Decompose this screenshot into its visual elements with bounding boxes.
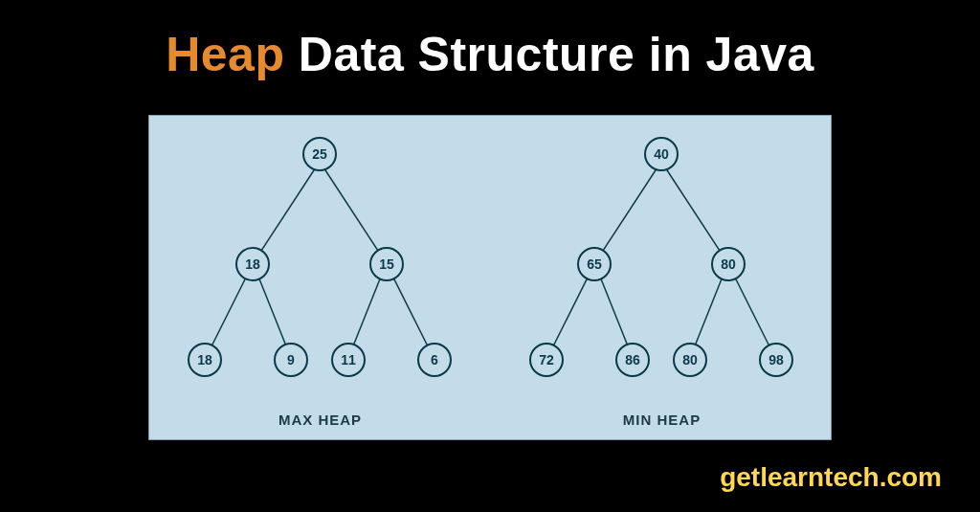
svg-line-6 <box>594 162 661 263</box>
heap-diagram-panel: 25 18 15 18 9 11 6 MAX HEAP 40 65 80 72 … <box>148 115 832 440</box>
min-heap-node-l1-right: 80 <box>711 247 746 281</box>
svg-line-7 <box>661 162 728 263</box>
svg-line-1 <box>320 162 387 263</box>
website-link[interactable]: getlearntech.com <box>720 462 942 493</box>
max-heap-tree: 25 18 15 18 9 11 6 MAX HEAP <box>149 116 491 439</box>
min-heap-root-node: 40 <box>644 137 679 171</box>
svg-line-0 <box>253 162 320 263</box>
min-heap-node-l1-left: 65 <box>577 247 612 281</box>
min-heap-node-l2-a: 72 <box>529 343 564 377</box>
title-rest: Data Structure in Java <box>284 28 813 81</box>
min-heap-tree: 40 65 80 72 86 80 98 MIN HEAP <box>491 116 833 439</box>
min-heap-node-l2-d: 98 <box>759 343 793 377</box>
title-highlight: Heap <box>166 28 284 81</box>
page-title: Heap Data Structure in Java <box>0 0 980 82</box>
max-heap-node-l1-right: 15 <box>369 247 404 281</box>
max-heap-root-node: 25 <box>302 137 337 171</box>
max-heap-node-l2-c: 11 <box>331 343 366 377</box>
max-heap-node-l2-a: 18 <box>188 343 222 377</box>
min-heap-node-l2-b: 86 <box>615 343 650 377</box>
max-heap-node-l1-left: 18 <box>235 247 270 281</box>
max-heap-node-l2-d: 6 <box>417 343 452 377</box>
min-heap-node-l2-c: 80 <box>673 343 707 377</box>
max-heap-node-l2-b: 9 <box>274 343 308 377</box>
